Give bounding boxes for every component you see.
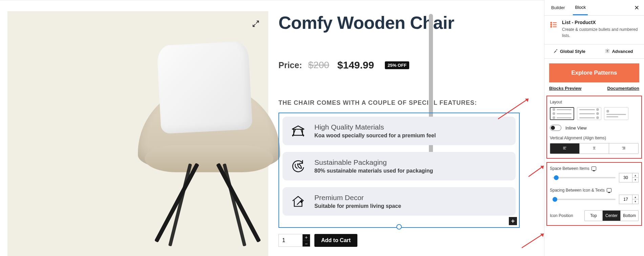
- product-image: [7, 11, 268, 256]
- icon-position-segmented[interactable]: Top Center Bottom: [584, 210, 639, 221]
- tab-block[interactable]: Block: [573, 0, 588, 15]
- explore-patterns-button[interactable]: Explore Patterns: [549, 63, 639, 82]
- spacing-panel: Space Between Items ▲▼ Spacing Between I…: [546, 162, 642, 226]
- icon-pos-top[interactable]: Top: [585, 211, 602, 221]
- svg-marker-3: [540, 166, 544, 169]
- add-list-item-button[interactable]: +: [509, 217, 517, 225]
- feature-subtitle: Koa wood specially sourced for a premium…: [314, 133, 436, 139]
- price-new: $149.99: [337, 59, 374, 71]
- editor-canvas: SALE! Comfy Wooden Chair: [0, 0, 544, 256]
- svg-point-6: [551, 22, 552, 23]
- icon-pos-center[interactable]: Center: [602, 211, 620, 221]
- desktop-icon[interactable]: [591, 166, 596, 171]
- feature-subtitle: 80% sustainable materials used for packa…: [314, 168, 433, 174]
- close-sidebar-button[interactable]: ✕: [634, 4, 639, 12]
- valign-bottom[interactable]: [609, 143, 638, 154]
- expand-icon[interactable]: [252, 20, 259, 29]
- cart-row: + − Add to Cart: [278, 234, 520, 247]
- space-items-slider[interactable]: [553, 177, 616, 178]
- list-block-icon: [549, 20, 558, 29]
- documentation-link[interactable]: Documentation: [607, 86, 639, 91]
- features-heading: THE CHAIR COMES WITH A COUPLE OF SPECIAL…: [278, 99, 520, 106]
- icon-pos-bottom[interactable]: Bottom: [620, 211, 638, 221]
- layout-panel: Layout In: [546, 96, 642, 159]
- feature-title: High Quality Materials: [314, 123, 436, 131]
- tab-global-style[interactable]: Global Style: [544, 44, 594, 58]
- step-up[interactable]: ▲: [632, 173, 638, 178]
- quantity-input[interactable]: [279, 234, 303, 247]
- valign-segmented[interactable]: [550, 143, 639, 154]
- space-items-input[interactable]: ▲▼: [619, 173, 639, 182]
- tab-global-style-label: Global Style: [560, 49, 585, 54]
- space-icon-label: Spacing Between Icon & Texts: [550, 188, 639, 193]
- tab-builder[interactable]: Builder: [549, 0, 567, 15]
- svg-point-12: [607, 50, 608, 52]
- valign-label: Vertical Alignment (Align Items): [550, 136, 639, 140]
- price-row: Price: $200 $149.99 25% OFF: [278, 59, 520, 71]
- leaf-recycle-icon: [289, 157, 308, 176]
- space-icon-slider[interactable]: [553, 199, 616, 200]
- price-label: Price:: [278, 60, 302, 70]
- product-image-column: SALE!: [7, 4, 268, 253]
- inline-view-label: Inline View: [565, 125, 587, 131]
- feature-title: Premium Decor: [314, 194, 401, 202]
- feature-title: Sustainable Packaging: [314, 158, 433, 166]
- layout-heading: Layout: [550, 100, 639, 104]
- step-up[interactable]: ▲: [632, 195, 638, 199]
- table-icon: [289, 121, 308, 140]
- block-description: Create & customize bullets and numbered …: [562, 26, 639, 39]
- add-to-cart-button[interactable]: Add to Cart: [314, 234, 357, 247]
- layout-option-2[interactable]: [577, 107, 601, 120]
- list-block-selected[interactable]: High Quality Materials Koa wood speciall…: [278, 113, 520, 228]
- tab-advanced[interactable]: Advanced: [594, 44, 644, 58]
- list-item[interactable]: High Quality Materials Koa wood speciall…: [283, 117, 516, 145]
- inline-view-toggle[interactable]: [550, 125, 561, 131]
- svg-marker-5: [540, 234, 544, 237]
- desktop-icon[interactable]: [607, 188, 611, 192]
- tab-advanced-label: Advanced: [612, 49, 633, 54]
- quantity-stepper[interactable]: + −: [278, 234, 310, 247]
- wand-icon: [553, 48, 558, 54]
- space-icon-input[interactable]: ▲▼: [619, 195, 639, 204]
- step-down[interactable]: ▼: [632, 199, 638, 204]
- block-name: List - ProductX: [562, 20, 639, 25]
- space-items-label: Space Between Items: [550, 166, 639, 171]
- price-old: $200: [308, 60, 329, 71]
- discount-badge: 25% OFF: [385, 61, 409, 69]
- svg-point-8: [551, 24, 552, 25]
- space-items-value[interactable]: [619, 175, 632, 180]
- product-title: Comfy Wooden Chair: [278, 13, 520, 33]
- feature-subtitle: Suitable for premium living space: [314, 203, 401, 209]
- valign-top[interactable]: [550, 143, 579, 154]
- space-icon-value[interactable]: [619, 197, 632, 202]
- product-details: Comfy Wooden Chair Price: $200 $149.99 2…: [278, 4, 537, 253]
- quantity-decrease[interactable]: −: [303, 240, 310, 247]
- icon-position-label: Icon Position: [550, 213, 573, 218]
- quantity-increase[interactable]: +: [303, 234, 310, 240]
- list-item[interactable]: Premium Decor Suitable for premium livin…: [283, 187, 516, 216]
- house-brush-icon: [289, 192, 308, 211]
- layout-option-1[interactable]: [550, 107, 574, 120]
- list-item[interactable]: Sustainable Packaging 80% sustainable ma…: [283, 152, 516, 180]
- step-down[interactable]: ▼: [632, 178, 638, 182]
- valign-center[interactable]: [579, 143, 609, 154]
- svg-point-10: [551, 26, 552, 27]
- layout-option-3[interactable]: [604, 107, 628, 120]
- blocks-preview-link[interactable]: Blocks Preview: [549, 86, 581, 91]
- block-settings-sidebar: Builder Block ✕ List - ProductX Create &…: [544, 0, 644, 256]
- gear-icon: [605, 48, 610, 54]
